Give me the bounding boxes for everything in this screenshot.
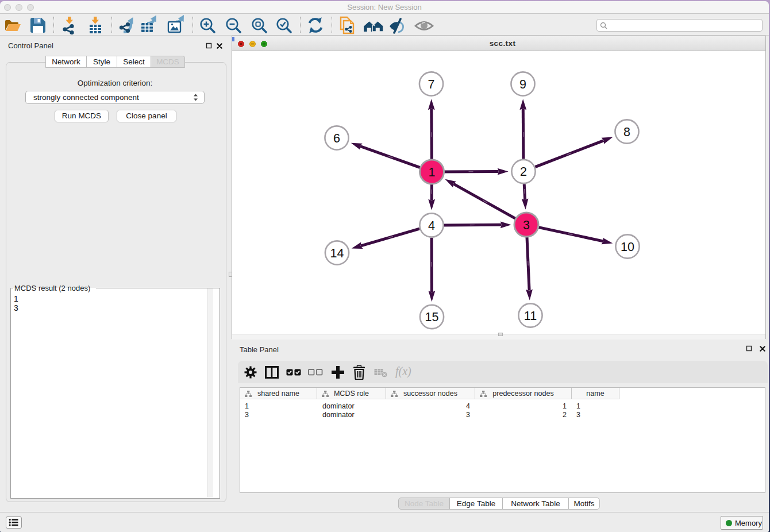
svg-text:2: 2: [520, 165, 527, 179]
svg-text:7: 7: [428, 78, 435, 91]
svg-text:8: 8: [623, 125, 630, 139]
svg-text:4: 4: [428, 219, 435, 233]
svg-text:3: 3: [523, 218, 530, 232]
svg-text:15: 15: [425, 310, 439, 324]
svg-text:14: 14: [330, 246, 344, 260]
svg-text:9: 9: [519, 78, 526, 91]
svg-text:11: 11: [524, 309, 537, 323]
svg-text:6: 6: [333, 132, 340, 145]
svg-text:1: 1: [429, 165, 436, 179]
svg-text:10: 10: [621, 240, 634, 254]
